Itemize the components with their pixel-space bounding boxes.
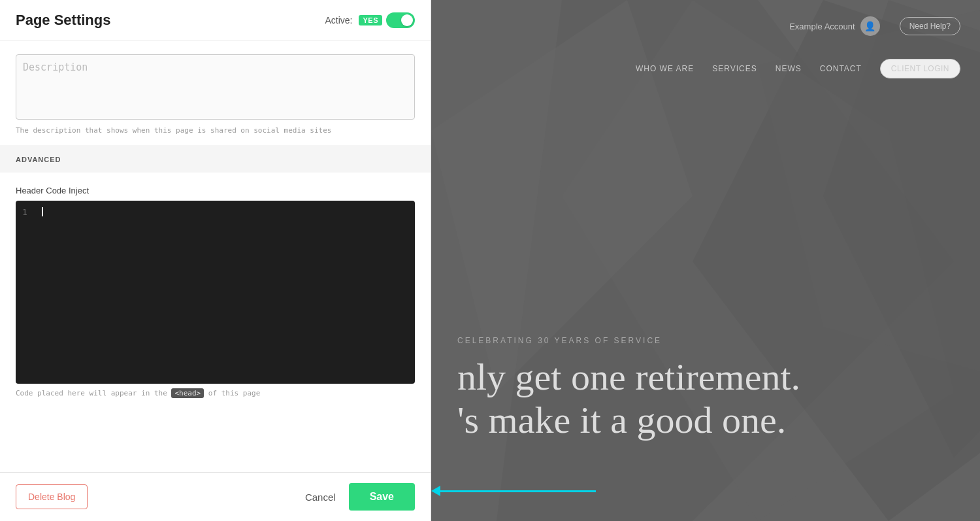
description-hint: The description that shows when this pag… (16, 126, 415, 135)
hero-line-1: nly get one retirement. (457, 356, 954, 399)
code-content[interactable] (42, 207, 408, 377)
cursor-line (42, 207, 408, 216)
toggle-yes-label: YES (359, 15, 382, 25)
nav-link-contact[interactable]: CONTACT (820, 64, 862, 73)
arrow-line (439, 490, 596, 492)
code-inject-section: Header Code Inject 1 Code placed here wi… (16, 186, 415, 397)
nav-link-services[interactable]: SERVICES (712, 64, 757, 73)
need-help-button[interactable]: Need Help? (900, 17, 960, 35)
code-hint: Code placed here will appear in the <hea… (16, 389, 415, 397)
nav-link-news[interactable]: NEWS (776, 64, 802, 73)
advanced-section: ADVANCED (0, 145, 431, 173)
panel-header: Page Settings Active: YES (0, 0, 431, 41)
code-inject-label: Header Code Inject (16, 186, 415, 195)
celebrating-text: CELEBRATING 30 YEARS OF SERVICE (457, 336, 954, 345)
cancel-button[interactable]: Cancel (305, 492, 336, 503)
save-button[interactable]: Save (349, 483, 415, 511)
nav-link-who-we-are[interactable]: WHO WE ARE (636, 64, 694, 73)
code-hint-suffix: of this page (208, 389, 260, 397)
toggle-switch[interactable]: YES (359, 12, 415, 28)
description-textarea[interactable] (16, 54, 415, 120)
code-hint-prefix: Code placed here will appear in the (16, 389, 167, 397)
panel-title: Page Settings (16, 12, 110, 29)
delete-blog-button[interactable]: Delete Blog (16, 484, 88, 509)
active-toggle-group: Active: YES (325, 12, 415, 28)
code-hint-tag: <head> (171, 388, 204, 398)
website-top-nav: Example Account 👤 Need Help? (431, 0, 980, 52)
client-login-button[interactable]: CLIENT LOGIN (880, 59, 960, 78)
account-info: Example Account 👤 (789, 16, 879, 36)
arrow-indicator (431, 486, 596, 496)
line-numbers: 1 (22, 207, 35, 377)
hero-heading: nly get one retirement. 's make it a goo… (457, 356, 954, 443)
advanced-title: ADVANCED (16, 156, 61, 163)
code-editor[interactable]: 1 (16, 201, 415, 384)
website-preview: Example Account 👤 Need Help? WHO WE ARE … (431, 0, 980, 521)
website-nav-links: WHO WE ARE SERVICES NEWS CONTACT CLIENT … (431, 52, 980, 85)
footer-right: Cancel Save (305, 483, 415, 511)
active-label: Active: (325, 15, 352, 25)
avatar: 👤 (860, 16, 880, 36)
hero-line-2: 's make it a good one. (457, 399, 954, 443)
page-settings-panel: Page Settings Active: YES The descriptio… (0, 0, 431, 521)
cursor-blink (42, 207, 43, 216)
toggle-pill[interactable] (386, 12, 415, 28)
panel-footer: Delete Blog Cancel Save (0, 472, 431, 521)
panel-content: The description that shows when this pag… (0, 41, 431, 472)
hero-section: CELEBRATING 30 YEARS OF SERVICE nly get … (457, 336, 954, 443)
description-section: The description that shows when this pag… (16, 54, 415, 135)
account-name: Example Account (789, 22, 855, 31)
